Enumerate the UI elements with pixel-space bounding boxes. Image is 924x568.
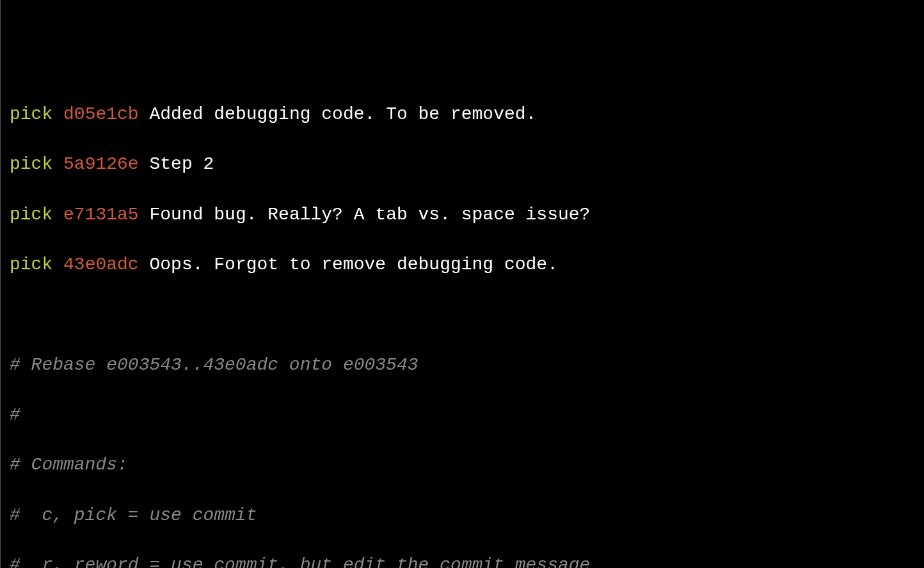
commit-hash: e7131a5 bbox=[63, 205, 139, 225]
commit-message: Step 2 bbox=[149, 154, 214, 174]
commit-hash: 5a9126e bbox=[63, 154, 139, 174]
rebase-action[interactable]: pick bbox=[10, 154, 52, 174]
comment-commands-header: # Commands: bbox=[10, 452, 923, 477]
commit-message: Added debugging code. To be removed. bbox=[149, 104, 536, 124]
comment-cmd-pick: # c, pick = use commit bbox=[10, 503, 923, 528]
comment-blank: # bbox=[10, 402, 923, 427]
rebase-action[interactable]: pick bbox=[10, 205, 52, 225]
commit-hash: 43e0adc bbox=[63, 255, 139, 274]
rebase-action[interactable]: pick bbox=[10, 255, 52, 274]
comment-cmd-reword: # r, reword = use commit, but edit the c… bbox=[10, 553, 923, 568]
comment-rebase-range: # Rebase e003543..43e0adc onto e003543 bbox=[10, 352, 923, 377]
commit-line-2[interactable]: pick 5a9126e Step 2 bbox=[10, 152, 923, 177]
commit-line-1[interactable]: pick d05e1cb Added debugging code. To be… bbox=[10, 102, 923, 127]
rebase-action[interactable]: pick bbox=[10, 104, 52, 124]
commit-hash: d05e1cb bbox=[63, 104, 139, 124]
commit-line-4[interactable]: pick 43e0adc Oops. Forgot to remove debu… bbox=[10, 252, 923, 277]
commit-message: Oops. Forgot to remove debugging code. bbox=[149, 255, 558, 274]
blank-line bbox=[10, 302, 923, 327]
commit-message: Found bug. Really? A tab vs. space issue… bbox=[149, 205, 590, 225]
commit-line-3[interactable]: pick e7131a5 Found bug. Really? A tab vs… bbox=[10, 202, 923, 227]
